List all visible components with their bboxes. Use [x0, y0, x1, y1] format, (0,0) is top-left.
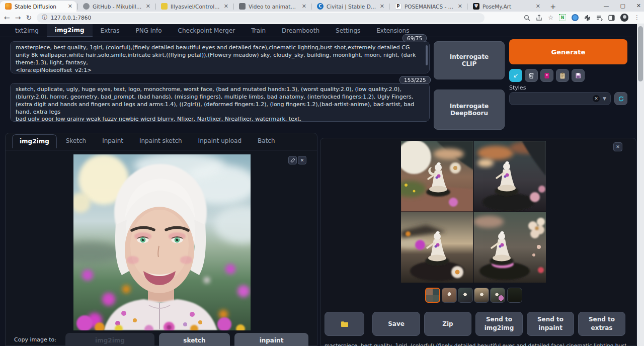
- tab-extras[interactable]: Extras: [93, 25, 128, 37]
- tab-close-icon[interactable]: ✕: [68, 3, 72, 10]
- gallery-thumbnail-5[interactable]: [507, 288, 522, 303]
- browser-tab-gif-converter[interactable]: Video to animated GIF converter ✕: [234, 1, 310, 12]
- tab-txt2img[interactable]: txt2img: [7, 25, 47, 37]
- gif-converter-favicon: [239, 3, 246, 10]
- subtab-inpaint[interactable]: Inpaint: [95, 134, 130, 148]
- new-tab-button[interactable]: +: [547, 2, 558, 12]
- send-to-inpaint-button[interactable]: Send to inpaint: [527, 312, 574, 336]
- tab-png-info[interactable]: PNG Info: [128, 25, 170, 37]
- send-to-extras-button[interactable]: Send to extras: [578, 312, 625, 336]
- gallery-thumbnail-1[interactable]: [442, 288, 457, 303]
- share-icon[interactable]: [536, 15, 542, 21]
- chevron-down-icon: ▼: [603, 96, 606, 101]
- controlnet-favicon: [161, 3, 168, 10]
- bookmark-star-icon[interactable]: ☆: [548, 14, 553, 21]
- tab-dreambooth[interactable]: Dreambooth: [274, 25, 328, 37]
- negative-prompt-input[interactable]: sketch, duplicate, ugly, huge eyes, text…: [10, 83, 430, 122]
- browser-tab-title: Video to animated GIF converter: [249, 4, 299, 10]
- image-remove-button[interactable]: ✕: [298, 156, 306, 164]
- styles-refresh-button[interactable]: [614, 92, 627, 105]
- gallery-thumbnail-4[interactable]: [490, 288, 505, 303]
- browser-tab-title: Illyasviel/ControlNet at main: [171, 4, 221, 10]
- tab-settings[interactable]: Settings: [328, 25, 368, 37]
- send-to-img2img-button[interactable]: Send to img2img: [475, 312, 523, 336]
- interrogate-deepbooru-button[interactable]: Interrogate DeepBooru: [434, 90, 505, 130]
- interrogate-clip-button[interactable]: Interrogate CLIP: [434, 41, 505, 79]
- gallery-thumbnail-2[interactable]: [458, 288, 473, 303]
- styles-dropdown[interactable]: ✕ ▼: [509, 92, 611, 105]
- zip-button[interactable]: Zip: [424, 312, 471, 336]
- window-close-button[interactable]: ✕: [636, 3, 641, 9]
- copy-to-sketch-button[interactable]: sketch: [159, 333, 230, 346]
- window-minimize-button[interactable]: —: [603, 3, 609, 9]
- sidebar-icon[interactable]: [608, 15, 615, 21]
- tab-img2img[interactable]: img2img: [47, 24, 93, 37]
- gallery-thumbnail-3[interactable]: [474, 288, 489, 303]
- tab-close-icon[interactable]: ✕: [146, 3, 150, 10]
- styles-clear-icon[interactable]: ✕: [593, 95, 600, 102]
- gallery-thumbnail-grid[interactable]: [425, 288, 440, 303]
- save-style-button[interactable]: [572, 69, 585, 82]
- browser-tab-github[interactable]: GitHub - Mikubill/sd-webui-con ✕: [78, 1, 154, 12]
- apply-styles-button[interactable]: [556, 69, 569, 82]
- trash-icon: [528, 72, 534, 79]
- image-edit-button[interactable]: [288, 156, 297, 164]
- tab-close-icon[interactable]: ✕: [458, 3, 462, 10]
- browser-tab-title: PoseMy.Art: [482, 4, 533, 10]
- address-bar[interactable]: ⓘ 127.0.0.1:7860: [37, 13, 485, 23]
- profile-avatar[interactable]: [620, 14, 628, 22]
- subtab-batch[interactable]: Batch: [251, 134, 282, 148]
- clear-prompt-button[interactable]: [525, 69, 538, 82]
- tab-checkpoint-merger[interactable]: Checkpoint Merger: [170, 25, 244, 37]
- extra-networks-button[interactable]: [540, 69, 553, 82]
- menu-kebab-icon[interactable]: ⋮: [634, 14, 640, 21]
- subtab-inpaint-upload[interactable]: Inpaint upload: [191, 134, 249, 148]
- source-image[interactable]: [73, 154, 251, 330]
- back-button[interactable]: ←: [4, 14, 10, 21]
- prompt-scrollbar[interactable]: [426, 45, 428, 65]
- subtab-img2img[interactable]: img2img: [12, 134, 57, 148]
- tab-train[interactable]: Train: [243, 25, 274, 37]
- browser-tab-posemyart[interactable]: Ψ PoseMy.Art ✕: [468, 1, 544, 12]
- stable-diffusion-favicon: [5, 3, 12, 10]
- browser-tab-title: GitHub - Mikubill/sd-webui-con: [93, 4, 143, 10]
- browser-tab-posemaniacs[interactable]: P POSEMANIACS - Royalty free 3 ✕: [390, 1, 466, 12]
- tab-close-icon[interactable]: ✕: [302, 3, 306, 10]
- extra-networks-card-icon: [544, 72, 550, 79]
- browser-tab-stable-diffusion[interactable]: Stable Diffusion ✕: [0, 1, 76, 12]
- extension-blue-icon[interactable]: [572, 14, 579, 21]
- reading-list-icon[interactable]: [596, 15, 603, 21]
- browser-tab-civitai[interactable]: C Civitai | Stable Diffusion models ✕: [312, 1, 388, 12]
- github-favicon: [83, 3, 90, 10]
- browser-toolbar: ← → ↻ ⓘ 127.0.0.1:7860 ☆ N ⋮: [0, 12, 644, 24]
- open-folder-button[interactable]: [325, 312, 364, 336]
- read-parameters-button[interactable]: ↙: [509, 69, 522, 82]
- main-tab-bar: txt2img img2img Extras PNG Info Checkpoi…: [0, 24, 632, 37]
- scrollbar-thumb[interactable]: [638, 26, 643, 81]
- url-text: 127.0.0.1:7860: [51, 15, 91, 21]
- floppy-icon: [575, 72, 581, 79]
- browser-chrome: Stable Diffusion ✕ GitHub - Mikubill/sd-…: [0, 0, 644, 24]
- window-maximize-button[interactable]: ▢: [620, 3, 625, 9]
- generate-button[interactable]: Generate: [509, 39, 627, 64]
- folder-icon: [341, 321, 349, 327]
- page-scrollbar[interactable]: [637, 24, 644, 346]
- site-info-icon[interactable]: ⓘ: [42, 14, 47, 21]
- tab-close-icon[interactable]: ✕: [224, 3, 228, 10]
- save-button[interactable]: Save: [372, 312, 420, 336]
- zoom-icon[interactable]: [524, 15, 530, 21]
- forward-button[interactable]: →: [15, 14, 21, 21]
- subtab-inpaint-sketch[interactable]: Inpaint sketch: [132, 134, 189, 148]
- extension-n-icon[interactable]: N: [559, 14, 566, 21]
- reload-button[interactable]: ↻: [26, 14, 32, 21]
- generation-info-text: masterpiece, best quality, 1girl, (color…: [325, 342, 626, 346]
- gallery-close-button[interactable]: ✕: [613, 142, 622, 151]
- browser-tab-controlnet[interactable]: Illyasviel/ControlNet at main ✕: [156, 1, 232, 12]
- extensions-puzzle-icon[interactable]: [584, 15, 591, 21]
- tab-close-icon[interactable]: ✕: [536, 3, 540, 10]
- copy-to-inpaint-button[interactable]: inpaint: [234, 333, 308, 346]
- prompt-input[interactable]: masterpiece, best quality, 1girl, (color…: [10, 41, 430, 73]
- gallery-result-image[interactable]: [401, 141, 546, 283]
- subtab-sketch[interactable]: Sketch: [59, 134, 93, 148]
- tab-close-icon[interactable]: ✕: [380, 3, 384, 10]
